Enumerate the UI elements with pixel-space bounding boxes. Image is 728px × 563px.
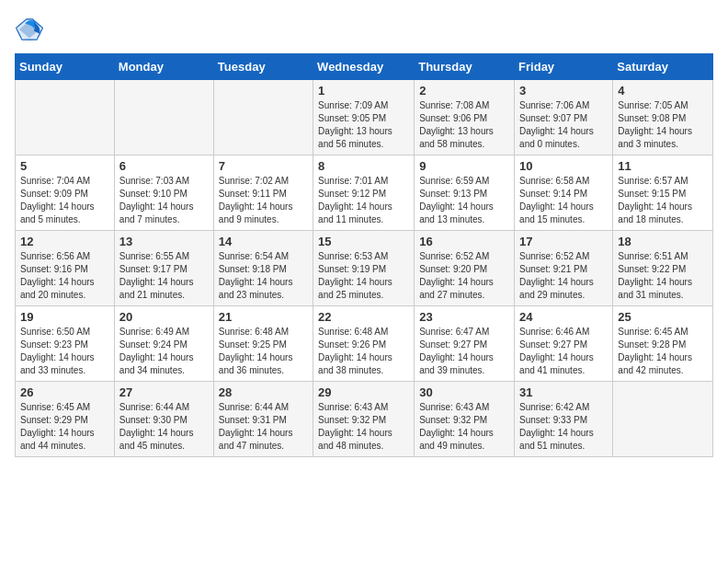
day-info: Sunrise: 6:53 AM Sunset: 9:19 PM Dayligh… [318, 250, 409, 302]
calendar-cell: 25Sunrise: 6:45 AM Sunset: 9:28 PM Dayli… [613, 306, 713, 382]
day-number: 10 [519, 159, 608, 173]
day-number: 30 [419, 385, 509, 399]
day-info: Sunrise: 7:04 AM Sunset: 9:09 PM Dayligh… [20, 175, 109, 226]
calendar-cell: 9Sunrise: 6:59 AM Sunset: 9:13 PM Daylig… [415, 155, 515, 231]
day-info: Sunrise: 6:44 AM Sunset: 9:31 PM Dayligh… [219, 401, 308, 453]
day-number: 23 [419, 310, 509, 324]
page-header [15, 15, 713, 44]
day-number: 31 [519, 385, 608, 399]
calendar-cell: 8Sunrise: 7:01 AM Sunset: 9:12 PM Daylig… [313, 155, 415, 231]
day-number: 16 [419, 235, 509, 248]
calendar-week-1: 1Sunrise: 7:09 AM Sunset: 9:05 PM Daylig… [16, 80, 713, 155]
day-info: Sunrise: 7:06 AM Sunset: 9:07 PM Dayligh… [519, 99, 608, 151]
logo [15, 15, 48, 44]
day-number: 4 [618, 84, 708, 98]
day-number: 20 [119, 310, 209, 324]
day-info: Sunrise: 6:42 AM Sunset: 9:33 PM Dayligh… [519, 401, 608, 453]
calendar-cell: 14Sunrise: 6:54 AM Sunset: 9:18 PM Dayli… [213, 231, 313, 306]
calendar-cell: 1Sunrise: 7:09 AM Sunset: 9:05 PM Daylig… [313, 80, 415, 155]
day-number: 27 [119, 385, 209, 399]
calendar-cell: 12Sunrise: 6:56 AM Sunset: 9:16 PM Dayli… [16, 231, 115, 306]
col-header-tuesday: Tuesday [213, 54, 313, 80]
day-number: 8 [318, 159, 409, 173]
day-number: 11 [618, 159, 708, 173]
day-info: Sunrise: 7:09 AM Sunset: 9:05 PM Dayligh… [318, 99, 409, 151]
day-info: Sunrise: 6:50 AM Sunset: 9:23 PM Dayligh… [20, 326, 109, 377]
calendar-cell: 31Sunrise: 6:42 AM Sunset: 9:33 PM Dayli… [515, 382, 613, 457]
calendar-cell: 18Sunrise: 6:51 AM Sunset: 9:22 PM Dayli… [613, 231, 713, 306]
calendar-cell: 6Sunrise: 7:03 AM Sunset: 9:10 PM Daylig… [114, 155, 213, 231]
calendar-cell: 22Sunrise: 6:48 AM Sunset: 9:26 PM Dayli… [313, 306, 415, 382]
calendar-cell [16, 80, 115, 155]
day-number: 12 [20, 235, 109, 248]
calendar-cell: 30Sunrise: 6:43 AM Sunset: 9:32 PM Dayli… [415, 382, 515, 457]
col-header-thursday: Thursday [415, 54, 515, 80]
day-info: Sunrise: 6:48 AM Sunset: 9:26 PM Dayligh… [318, 326, 409, 377]
calendar-week-5: 26Sunrise: 6:45 AM Sunset: 9:29 PM Dayli… [16, 382, 713, 457]
calendar-cell: 2Sunrise: 7:08 AM Sunset: 9:06 PM Daylig… [415, 80, 515, 155]
day-info: Sunrise: 7:08 AM Sunset: 9:06 PM Dayligh… [419, 99, 509, 151]
day-number: 21 [219, 310, 308, 324]
calendar-cell: 13Sunrise: 6:55 AM Sunset: 9:17 PM Dayli… [114, 231, 213, 306]
col-header-sunday: Sunday [16, 54, 115, 80]
calendar-cell: 20Sunrise: 6:49 AM Sunset: 9:24 PM Dayli… [114, 306, 213, 382]
day-info: Sunrise: 6:51 AM Sunset: 9:22 PM Dayligh… [618, 250, 708, 302]
day-number: 5 [20, 159, 109, 173]
calendar-cell: 28Sunrise: 6:44 AM Sunset: 9:31 PM Dayli… [213, 382, 313, 457]
day-info: Sunrise: 7:02 AM Sunset: 9:11 PM Dayligh… [219, 175, 308, 226]
day-info: Sunrise: 6:49 AM Sunset: 9:24 PM Dayligh… [119, 326, 209, 377]
day-info: Sunrise: 6:46 AM Sunset: 9:27 PM Dayligh… [519, 326, 608, 377]
day-info: Sunrise: 6:45 AM Sunset: 9:28 PM Dayligh… [618, 326, 708, 377]
day-info: Sunrise: 7:05 AM Sunset: 9:08 PM Dayligh… [618, 99, 708, 151]
calendar-cell: 10Sunrise: 6:58 AM Sunset: 9:14 PM Dayli… [515, 155, 613, 231]
calendar-cell: 7Sunrise: 7:02 AM Sunset: 9:11 PM Daylig… [213, 155, 313, 231]
day-number: 25 [618, 310, 708, 324]
calendar-cell: 23Sunrise: 6:47 AM Sunset: 9:27 PM Dayli… [415, 306, 515, 382]
calendar-cell [213, 80, 313, 155]
calendar-cell: 15Sunrise: 6:53 AM Sunset: 9:19 PM Dayli… [313, 231, 415, 306]
calendar-week-3: 12Sunrise: 6:56 AM Sunset: 9:16 PM Dayli… [16, 231, 713, 306]
day-info: Sunrise: 6:44 AM Sunset: 9:30 PM Dayligh… [119, 401, 209, 453]
col-header-saturday: Saturday [613, 54, 713, 80]
day-number: 7 [219, 159, 308, 173]
day-info: Sunrise: 6:55 AM Sunset: 9:17 PM Dayligh… [119, 250, 209, 302]
day-number: 26 [20, 385, 109, 399]
day-number: 15 [318, 235, 409, 248]
day-info: Sunrise: 6:52 AM Sunset: 9:21 PM Dayligh… [519, 250, 608, 302]
day-info: Sunrise: 6:45 AM Sunset: 9:29 PM Dayligh… [20, 401, 109, 453]
day-number: 29 [318, 385, 409, 399]
calendar-cell: 26Sunrise: 6:45 AM Sunset: 9:29 PM Dayli… [16, 382, 115, 457]
day-number: 17 [519, 235, 608, 248]
calendar-cell: 29Sunrise: 6:43 AM Sunset: 9:32 PM Dayli… [313, 382, 415, 457]
day-number: 24 [519, 310, 608, 324]
day-info: Sunrise: 6:57 AM Sunset: 9:15 PM Dayligh… [618, 175, 708, 226]
day-number: 1 [318, 84, 409, 98]
day-info: Sunrise: 7:01 AM Sunset: 9:12 PM Dayligh… [318, 175, 409, 226]
calendar-week-4: 19Sunrise: 6:50 AM Sunset: 9:23 PM Dayli… [16, 306, 713, 382]
day-info: Sunrise: 6:52 AM Sunset: 9:20 PM Dayligh… [419, 250, 509, 302]
day-number: 3 [519, 84, 608, 98]
calendar-week-2: 5Sunrise: 7:04 AM Sunset: 9:09 PM Daylig… [16, 155, 713, 231]
day-number: 18 [618, 235, 708, 248]
calendar-cell [114, 80, 213, 155]
day-info: Sunrise: 6:43 AM Sunset: 9:32 PM Dayligh… [419, 401, 509, 453]
day-number: 9 [419, 159, 509, 173]
col-header-wednesday: Wednesday [313, 54, 415, 80]
calendar-cell: 24Sunrise: 6:46 AM Sunset: 9:27 PM Dayli… [515, 306, 613, 382]
day-info: Sunrise: 6:59 AM Sunset: 9:13 PM Dayligh… [419, 175, 509, 226]
calendar-cell: 5Sunrise: 7:04 AM Sunset: 9:09 PM Daylig… [16, 155, 115, 231]
calendar-cell [613, 382, 713, 457]
col-header-friday: Friday [515, 54, 613, 80]
calendar-table: SundayMondayTuesdayWednesdayThursdayFrid… [15, 53, 713, 457]
day-info: Sunrise: 6:56 AM Sunset: 9:16 PM Dayligh… [20, 250, 109, 302]
calendar-header-row: SundayMondayTuesdayWednesdayThursdayFrid… [16, 54, 713, 80]
calendar-cell: 19Sunrise: 6:50 AM Sunset: 9:23 PM Dayli… [16, 306, 115, 382]
calendar-cell: 17Sunrise: 6:52 AM Sunset: 9:21 PM Dayli… [515, 231, 613, 306]
col-header-monday: Monday [114, 54, 213, 80]
calendar-cell: 3Sunrise: 7:06 AM Sunset: 9:07 PM Daylig… [515, 80, 613, 155]
day-info: Sunrise: 6:58 AM Sunset: 9:14 PM Dayligh… [519, 175, 608, 226]
day-info: Sunrise: 6:54 AM Sunset: 9:18 PM Dayligh… [219, 250, 308, 302]
calendar-cell: 11Sunrise: 6:57 AM Sunset: 9:15 PM Dayli… [613, 155, 713, 231]
calendar-cell: 4Sunrise: 7:05 AM Sunset: 9:08 PM Daylig… [613, 80, 713, 155]
day-number: 28 [219, 385, 308, 399]
